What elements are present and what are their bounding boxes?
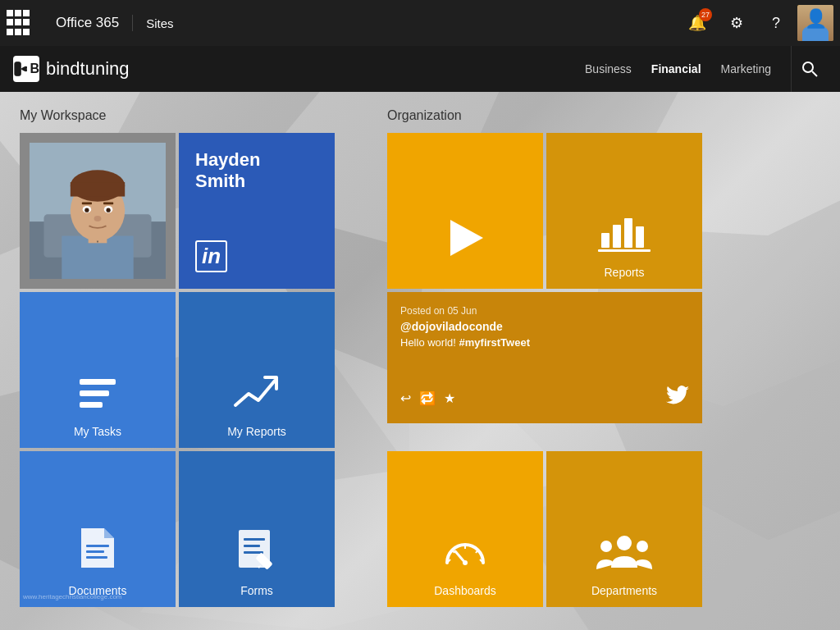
user-name: HaydenSmith xyxy=(195,149,260,193)
svg-rect-46 xyxy=(244,545,260,547)
help-icon: ? xyxy=(772,15,780,32)
workspace-section: My Workspace xyxy=(20,108,364,614)
departments-tile[interactable]: Departments xyxy=(546,451,702,607)
svg-marker-50 xyxy=(450,220,483,256)
search-button[interactable] xyxy=(791,46,827,92)
main-content: My Workspace xyxy=(0,92,840,630)
reply-icon[interactable]: ↩ xyxy=(400,390,411,406)
notification-button[interactable]: 🔔 27 xyxy=(679,5,715,41)
bindtuning-logo-icon xyxy=(13,60,30,78)
search-icon xyxy=(801,61,818,77)
tweet-action-icons: ↩ 🔁 ★ xyxy=(400,390,455,406)
tasks-label: My Tasks xyxy=(74,425,121,438)
brand-logo[interactable]: B bindtuning xyxy=(13,56,130,82)
linkedin-icon[interactable]: in xyxy=(195,240,227,272)
avatar-photo xyxy=(797,5,833,41)
play-icon xyxy=(441,213,490,266)
svg-rect-45 xyxy=(244,538,265,541)
my-tasks-tile[interactable]: My Tasks xyxy=(20,292,176,448)
svg-rect-0 xyxy=(15,62,21,76)
office-bar-right: 🔔 27 ⚙ ? xyxy=(679,5,833,41)
tweet-content: Posted on 05 Jun @dojoviladoconde Hello … xyxy=(400,305,689,349)
tasks-icon xyxy=(76,376,119,415)
office-title: Office 365 xyxy=(43,15,133,31)
document-icon xyxy=(78,525,117,571)
svg-rect-53 xyxy=(624,218,632,248)
tweet-body: Hello world! xyxy=(400,336,459,349)
svg-point-65 xyxy=(637,541,648,552)
notification-badge: 27 xyxy=(699,8,712,21)
help-button[interactable]: ? xyxy=(758,5,794,41)
content-wrapper: My Workspace xyxy=(0,92,840,630)
org-title: Organization xyxy=(387,108,820,123)
user-photo-tile[interactable] xyxy=(20,133,176,289)
svg-rect-52 xyxy=(613,225,621,248)
svg-point-37 xyxy=(94,216,102,221)
reports-label: My Reports xyxy=(227,425,286,438)
my-reports-tile[interactable]: My Reports xyxy=(179,292,335,448)
org-tile-grid: Reports Posted on 05 Jun @dojoviladocond… xyxy=(387,133,820,607)
svg-rect-40 xyxy=(80,402,103,408)
user-avatar[interactable] xyxy=(797,5,833,41)
forms-tile[interactable]: Forms xyxy=(179,451,335,607)
reports-icon xyxy=(232,371,281,415)
tweet-tile[interactable]: Posted on 05 Jun @dojoviladoconde Hello … xyxy=(387,292,702,423)
favorite-icon[interactable]: ★ xyxy=(444,390,455,406)
tweet-hashtag: #myfirstTweet xyxy=(459,336,530,349)
departments-label: Departments xyxy=(591,584,657,597)
office-bar: Office 365 Sites 🔔 27 ⚙ ? xyxy=(0,0,840,46)
nav-business[interactable]: Business xyxy=(585,62,632,75)
svg-point-34 xyxy=(106,208,110,212)
documents-icon xyxy=(78,525,117,574)
organization-section: Organization xyxy=(364,108,820,614)
workspace-tile-grid: HaydenSmith in My Tasks xyxy=(20,133,364,607)
svg-point-2 xyxy=(803,62,813,72)
settings-button[interactable]: ⚙ xyxy=(719,5,755,41)
gear-icon: ⚙ xyxy=(730,14,743,32)
svg-rect-30 xyxy=(71,182,125,196)
svg-line-3 xyxy=(812,71,817,76)
tweet-actions: ↩ 🔁 ★ xyxy=(400,386,689,410)
departments-icon xyxy=(596,532,652,576)
svg-rect-36 xyxy=(103,203,113,205)
svg-point-64 xyxy=(600,541,612,552)
forms-icon xyxy=(235,527,278,574)
svg-point-62 xyxy=(463,560,468,565)
tweet-date: Posted on 05 Jun xyxy=(400,305,689,317)
brand-icon: B xyxy=(13,56,39,82)
play-tile[interactable] xyxy=(387,133,543,289)
brand-name: bindtuning xyxy=(46,58,130,80)
svg-rect-51 xyxy=(601,233,609,248)
bar-chart-icon xyxy=(598,213,651,254)
user-profile-tile[interactable]: HaydenSmith in xyxy=(179,133,335,289)
watermark: www.heritagechristiancollege.com xyxy=(23,593,122,600)
form-icon xyxy=(235,527,278,571)
photo-placeholder xyxy=(30,143,166,279)
speedometer-icon xyxy=(441,532,490,573)
play-triangle-icon xyxy=(441,213,490,262)
tweet-text: Hello world! #myfirstTweet xyxy=(400,336,689,349)
people-group-icon xyxy=(596,532,652,573)
nav-marketing[interactable]: Marketing xyxy=(721,62,771,75)
chart-reports-label: Reports xyxy=(604,266,644,279)
brand-bar: B bindtuning Business Financial Marketin… xyxy=(0,46,840,92)
svg-point-33 xyxy=(84,208,89,212)
svg-rect-43 xyxy=(86,556,107,559)
svg-rect-54 xyxy=(636,226,644,248)
retweet-icon[interactable]: 🔁 xyxy=(419,390,436,406)
svg-rect-35 xyxy=(82,203,92,205)
office-sites[interactable]: Sites xyxy=(133,16,186,30)
app-grid-icon[interactable] xyxy=(7,10,33,36)
twitter-bird-icon xyxy=(666,386,689,410)
dashboards-tile[interactable]: Dashboards xyxy=(387,451,543,607)
svg-rect-39 xyxy=(80,390,109,396)
nav-financial[interactable]: Financial xyxy=(651,62,701,75)
documents-tile[interactable]: Documents www.heritagechristiancollege.c… xyxy=(20,451,176,607)
dashboard-icon xyxy=(441,532,490,576)
svg-rect-38 xyxy=(80,379,116,385)
workspace-title: My Workspace xyxy=(20,108,364,123)
chart-icon xyxy=(598,213,651,258)
chart-reports-tile[interactable]: Reports xyxy=(546,133,702,289)
svg-rect-42 xyxy=(86,550,104,553)
twitter-logo-icon xyxy=(666,386,689,405)
